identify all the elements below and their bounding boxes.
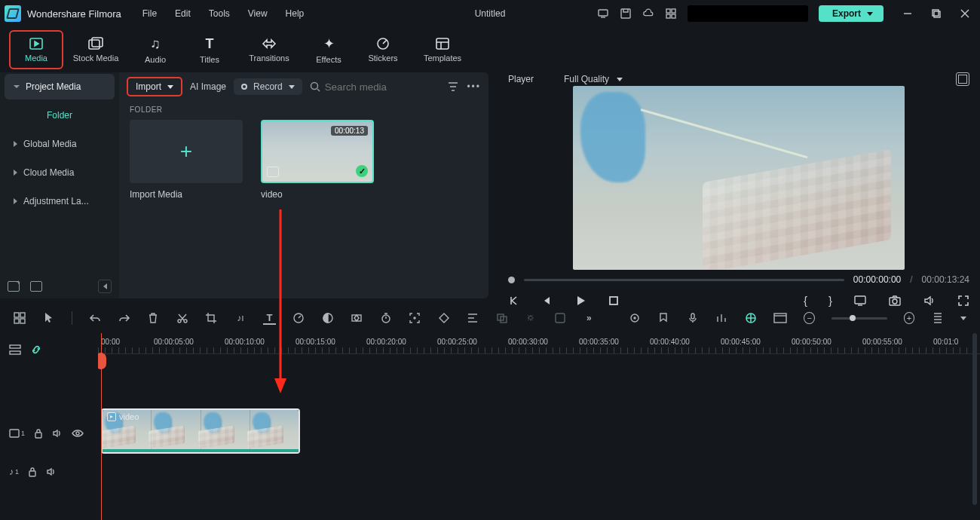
step-back-button[interactable] [541, 295, 553, 307]
minimize-button[interactable] [902, 8, 914, 20]
tab-effects[interactable]: ✦ Effects [302, 30, 356, 69]
new-folder-button[interactable] [8, 281, 20, 292]
tab-stock-media[interactable]: Stock Media [63, 30, 128, 69]
voiceover-button[interactable] [687, 311, 700, 325]
scrub-bar[interactable]: 00:00:00:00 / 00:00:13:24 [508, 274, 969, 285]
cursor-button[interactable] [43, 311, 56, 325]
music-button[interactable]: ♪ı [234, 311, 247, 325]
record-icon [241, 84, 247, 90]
new-bin-button[interactable] [30, 281, 42, 292]
speed-button[interactable] [292, 311, 305, 325]
sidebar-cloud-media[interactable]: Cloud Media [5, 160, 115, 185]
vehicle-button[interactable]: ⛭ [525, 311, 537, 325]
tab-audio[interactable]: ♫ Audio [128, 30, 182, 69]
ai-image-button[interactable]: AI Image [190, 81, 226, 92]
stop-button[interactable] [608, 295, 620, 307]
slot-caption: video [261, 189, 374, 200]
ratio-button[interactable] [773, 311, 787, 325]
menu-edit[interactable]: Edit [175, 8, 191, 19]
keyframe-button[interactable] [351, 311, 363, 325]
device-icon[interactable] [597, 8, 609, 20]
preview-viewport[interactable] [508, 86, 969, 270]
sidebar-adjustment-layer[interactable]: Adjustment La... [5, 188, 115, 214]
timer-button[interactable] [379, 311, 392, 325]
menu-tools[interactable]: Tools [209, 8, 230, 19]
zoom-out-button[interactable]: − [804, 312, 815, 324]
maximize-button[interactable] [930, 8, 942, 20]
snapshot-button[interactable] [888, 295, 902, 307]
menu-view[interactable]: View [248, 8, 268, 19]
align-button[interactable] [467, 311, 479, 325]
zoom-in-button[interactable]: + [904, 312, 915, 324]
chevron-down-icon [960, 317, 966, 320]
redo-button[interactable] [118, 311, 131, 325]
record-button[interactable]: Record [234, 78, 302, 95]
undo-button[interactable] [89, 311, 102, 325]
playhead[interactable] [101, 333, 102, 520]
scrub-handle[interactable] [508, 277, 515, 283]
tab-stickers[interactable]: Stickers [356, 30, 410, 69]
snapshot-icon[interactable] [956, 72, 969, 86]
crop-button[interactable] [205, 311, 218, 325]
prev-frame-button[interactable] [508, 295, 520, 307]
timeline-clip[interactable]: video [101, 408, 300, 454]
mute-icon[interactable] [52, 429, 63, 438]
vertical-scrollbar[interactable] [972, 333, 977, 505]
menu-file[interactable]: File [142, 8, 157, 19]
import-media-slot[interactable]: + Import Media [130, 120, 243, 200]
apps-icon[interactable] [665, 8, 677, 20]
sidebar-global-media[interactable]: Global Media [5, 131, 115, 157]
visibility-icon[interactable] [72, 429, 84, 438]
mask-button[interactable] [553, 311, 566, 325]
link-button[interactable] [30, 344, 42, 356]
volume-button[interactable] [923, 295, 936, 307]
cut-button[interactable] [176, 311, 189, 325]
close-button[interactable] [959, 8, 971, 20]
export-button[interactable]: Export [819, 5, 884, 22]
display-mode-button[interactable] [853, 295, 867, 307]
group-button[interactable] [495, 311, 508, 325]
lock-icon[interactable] [34, 428, 43, 439]
more-button[interactable]: ••• [467, 81, 481, 92]
text-button[interactable]: T [263, 311, 276, 325]
play-button[interactable] [574, 295, 586, 307]
expand-toolbar-button[interactable]: » [583, 311, 596, 325]
audio-track-header[interactable]: ♪1 [0, 457, 98, 487]
marker-add-button[interactable] [745, 311, 758, 325]
delete-button[interactable] [147, 311, 160, 325]
filter-button[interactable] [447, 81, 459, 93]
marker-button[interactable] [657, 311, 670, 325]
audio-mix-button[interactable] [715, 311, 728, 325]
menu-help[interactable]: Help [286, 8, 305, 19]
sidebar-folder[interactable]: Folder [5, 102, 115, 128]
timeline-ruler[interactable]: 00:0000:00:05:0000:00:10:0000:00:15:0000… [98, 333, 980, 354]
fullscreen-button[interactable] [957, 295, 969, 307]
cloud-icon[interactable] [642, 8, 654, 20]
import-button[interactable]: Import [127, 77, 182, 96]
media-clip-slot[interactable]: 00:00:13 ✓ video [261, 120, 374, 200]
mark-in-button[interactable]: { [804, 294, 807, 307]
tab-transitions[interactable]: Transitions [237, 30, 302, 69]
diamond-button[interactable] [437, 311, 450, 325]
focus-button[interactable] [409, 311, 421, 325]
zoom-slider[interactable] [831, 317, 887, 320]
mark-out-button[interactable]: } [828, 294, 832, 307]
layout-button[interactable] [14, 311, 26, 325]
title-search-area[interactable] [688, 5, 808, 22]
collapse-sidebar-button[interactable] [98, 280, 112, 293]
save-icon[interactable] [620, 8, 632, 20]
color-button[interactable] [321, 311, 334, 325]
quality-selector[interactable]: Full Quality [564, 74, 623, 84]
video-track-header[interactable]: 1 [0, 410, 98, 457]
guide-button[interactable] [629, 311, 642, 325]
timeline-tracks[interactable]: 00:0000:00:05:0000:00:10:0000:00:15:0000… [98, 333, 980, 520]
sidebar-project-media[interactable]: Project Media [5, 74, 115, 99]
tab-templates[interactable]: Templates [410, 30, 475, 69]
tab-media[interactable]: Media [9, 30, 63, 69]
mute-icon[interactable] [46, 467, 57, 476]
tab-titles[interactable]: T Titles [182, 30, 237, 69]
track-options-button[interactable] [931, 311, 944, 325]
tracks-layout-button[interactable] [9, 344, 21, 356]
lock-icon[interactable] [28, 466, 37, 477]
search-input[interactable] [325, 81, 408, 93]
